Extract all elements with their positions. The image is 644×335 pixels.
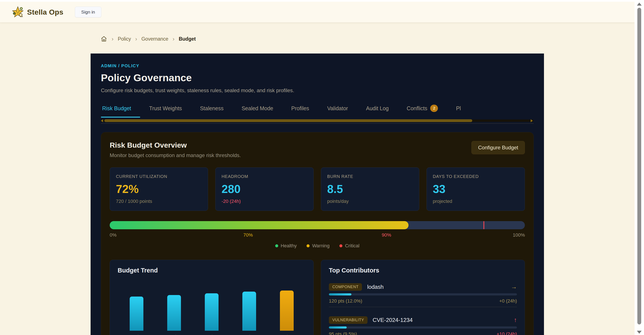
trend-arrow-icon: → [511, 283, 517, 290]
breadcrumb-governance[interactable]: Governance [142, 36, 168, 42]
tab-scroll-left-icon[interactable] [101, 119, 103, 122]
chevron-right-icon: › [112, 36, 114, 42]
contributor-row: COMPONENT lodash → 120 pts (12.0%) +0 (2… [329, 282, 517, 307]
contributor-name: CVE-2024-1234 [373, 317, 412, 323]
contribution-delta: +10 (24h) [496, 331, 517, 335]
configure-budget-button[interactable]: Configure Budget [472, 141, 525, 154]
utilization-label-100: 100% [513, 232, 525, 238]
breadcrumb: › Policy › Governance › Budget [100, 35, 634, 43]
contributor-row: VULNERABILITY CVE-2024-1234 ↑ 95 pts (9.… [329, 316, 517, 335]
policy-governance-section: ADMIN / POLICY Policy Governance Configu… [90, 54, 544, 335]
contribution-delta: +0 (24h) [499, 298, 517, 304]
brand-name: Stella Ops [27, 8, 63, 16]
scrollbar-thumb[interactable] [637, 8, 641, 324]
stella-ops-logo-icon [12, 6, 24, 18]
budget-trend-x-labels: 12/1 12/8 12/15 12/22 12/29 [118, 334, 306, 335]
top-bar: Stella Ops Sign in [0, 2, 634, 23]
type-badge: VULNERABILITY [329, 316, 368, 324]
overview-detail-cards: Budget Trend 12/1 12/8 12/15 12/22 12/29 [110, 260, 525, 335]
utilization-bar [110, 221, 525, 229]
utilization-label-90: 90% [382, 232, 391, 238]
status-legend: Healthy Warning Critical [110, 243, 525, 249]
contribution-bar [329, 326, 517, 328]
tab-profiles[interactable]: Profiles [282, 105, 318, 118]
budget-trend-chart [118, 275, 306, 331]
utilization-labels: 0% 70% 90% 100% [110, 232, 525, 238]
warning-dot-icon [306, 244, 310, 247]
legend-warning: Warning [306, 243, 330, 249]
section-eyebrow: ADMIN / POLICY [101, 63, 534, 68]
scrollbar-up-icon[interactable] [637, 3, 642, 6]
tab-scrollbar-thumb[interactable] [104, 119, 472, 122]
tab-bar: Risk Budget Trust Weights Staleness Seal… [101, 105, 534, 118]
tab-audit-log[interactable]: Audit Log [357, 105, 398, 118]
contributor-name: lodash [367, 284, 384, 290]
budget-trend-card: Budget Trend 12/1 12/8 12/15 12/22 12/29 [110, 260, 314, 335]
tab-trust-weights[interactable]: Trust Weights [140, 105, 191, 118]
top-contributors-title: Top Contributors [329, 267, 517, 274]
healthy-dot-icon [275, 244, 278, 247]
overview-title: Risk Budget Overview [110, 141, 241, 149]
utilization-fill [110, 221, 408, 229]
metric-burn-rate: BURN RATE 8.5 points/day [321, 167, 419, 211]
critical-dot-icon [340, 244, 342, 247]
tab-conflicts[interactable]: Conflicts 2 [398, 105, 447, 118]
tab-validator[interactable]: Validator [318, 105, 357, 118]
home-icon[interactable] [100, 36, 107, 42]
contribution-bar [329, 293, 517, 295]
page: Stella Ops Sign in › Policy › Governance… [0, 2, 634, 335]
legend-critical: Critical [340, 243, 359, 249]
tab-scroll-right-icon[interactable] [531, 119, 533, 122]
page-subtitle: Configure risk budgets, trust weights, s… [101, 88, 534, 94]
breadcrumb-policy[interactable]: Policy [118, 36, 131, 42]
legend-healthy: Healthy [275, 243, 297, 249]
tab-staleness[interactable]: Staleness [191, 105, 233, 118]
overview-header: Risk Budget Overview Monitor budget cons… [110, 141, 525, 158]
trend-bar-current [280, 290, 294, 331]
budget-trend-title: Budget Trend [118, 267, 306, 274]
type-badge: COMPONENT [329, 283, 362, 291]
tab-divider [101, 123, 534, 124]
critical-threshold-marker [484, 221, 484, 229]
top-contributors-card: Top Contributors COMPONENT lodash → 120 … [321, 260, 525, 335]
tab-plugins-clipped[interactable]: Pl [447, 105, 470, 118]
chevron-right-icon: › [172, 36, 174, 42]
metric-cards: CURRENT UTILIZATION 72% 720 / 1000 point… [110, 167, 525, 211]
trend-arrow-icon: ↑ [514, 316, 517, 323]
sign-in-button[interactable]: Sign in [75, 7, 101, 18]
page-title: Policy Governance [101, 72, 534, 84]
tab-strip-scrollbar [101, 119, 534, 122]
metric-headroom: HEADROOM 280 -20 (24h) [215, 167, 314, 211]
utilization-label-0: 0% [110, 232, 116, 238]
risk-budget-overview-panel: Risk Budget Overview Monitor budget cons… [101, 132, 534, 335]
metric-days-to-exceeded: DAYS TO EXCEEDED 33 projected [426, 167, 525, 211]
chevron-right-icon: › [135, 36, 137, 42]
contribution-points: 120 pts (12.0%) [329, 298, 362, 304]
scrollbar-down-icon[interactable] [637, 331, 642, 334]
trend-bar [205, 293, 218, 331]
brand: Stella Ops [12, 6, 63, 18]
trend-bar [167, 295, 181, 331]
trend-bar [130, 296, 144, 331]
tab-risk-budget[interactable]: Risk Budget [101, 105, 140, 118]
overview-subtitle: Monitor budget consumption and manage ri… [110, 152, 241, 158]
conflicts-count-badge: 2 [430, 105, 438, 112]
trend-bar [242, 292, 256, 331]
utilization-label-70: 70% [244, 232, 253, 238]
breadcrumb-budget: Budget [179, 36, 196, 42]
contribution-points: 95 pts (9.5%) [329, 331, 357, 335]
browser-scrollbar [634, 0, 644, 335]
tab-sealed-mode[interactable]: Sealed Mode [232, 105, 282, 118]
row-divider [329, 307, 517, 307]
metric-current-utilization: CURRENT UTILIZATION 72% 720 / 1000 point… [110, 167, 208, 211]
